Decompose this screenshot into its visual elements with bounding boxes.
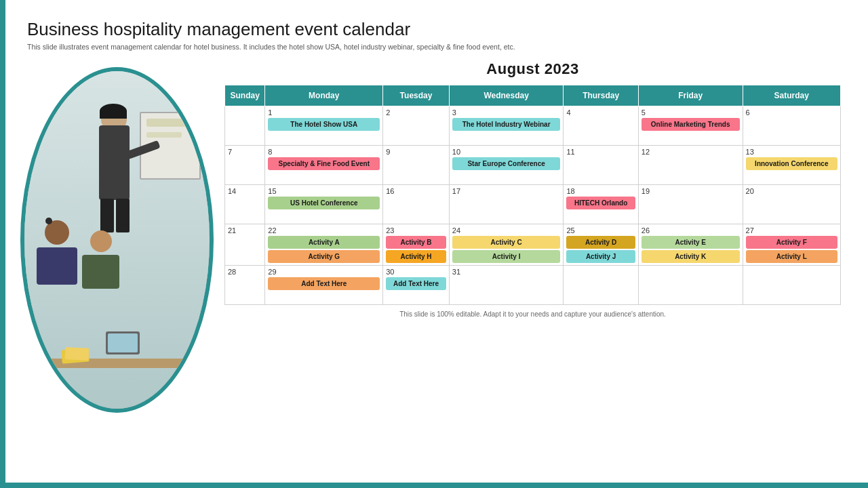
calendar-cell [743,266,840,305]
calendar-cell: 4 [564,106,638,146]
calendar-cell: 25Activity DActivity J [564,224,638,266]
calendar-week-row-1: 78Specialty & Fine Food Event910Star Eur… [225,146,841,185]
event-badge: Activity L [746,250,837,263]
event-badge: Online Marketing Trends [642,118,740,131]
calendar-cell: 28 [225,266,265,305]
day-number: 25 [566,226,635,235]
calendar-cell: 29Add Text Here [265,266,383,305]
day-number: 21 [228,226,262,235]
event-badge: Activity E [642,236,740,249]
calendar-cell: 5Online Marketing Trends [638,106,743,146]
event-badge: Activity F [746,236,837,249]
content-area: August 2023 SundayMondayTuesdayWednesday… [27,60,841,413]
calendar-cell: 9 [383,146,450,185]
day-number: 31 [452,268,561,276]
day-number: 28 [228,268,262,276]
day-number: 3 [452,108,561,117]
day-number: 12 [642,148,740,156]
day-number: 1 [268,108,380,117]
event-badge: US Hotel Conference [268,197,380,209]
calendar-cell: 23Activity BActivity H [383,224,450,266]
day-number: 9 [386,148,446,156]
page-wrapper: Business hospitality management event ca… [0,0,868,488]
standing-person-body [99,125,130,200]
calendar-cell: 15US Hotel Conference [265,185,383,224]
meeting-image [20,67,214,413]
day-number: 23 [386,226,446,235]
calendar-cell: 2 [383,106,450,146]
calendar-cell: 19 [638,185,743,224]
calendar-cell: 7 [225,146,265,185]
calendar-cell: 8Specialty & Fine Food Event [265,146,383,185]
page-title: Business hospitality management event ca… [27,19,841,40]
calendar-week-row-3: 2122Activity AActivity G23Activity BActi… [225,224,841,266]
event-badge: Specialty & Fine Food Event [268,157,380,170]
event-badge: Add Text Here [386,277,446,290]
event-badge: Activity H [386,250,446,263]
calendar-cell: 31 [449,266,564,305]
calendar-cell: 17 [449,185,564,224]
event-badge: Star Europe Conference [452,157,561,170]
event-badge: Activity D [566,236,635,249]
page-subtitle: This slide illustrates event management … [27,43,841,51]
calendar-cell: 1The Hotel Show USA [265,106,383,146]
day-number: 18 [566,187,635,195]
teal-accent-bottom [0,483,868,488]
day-number: 27 [746,226,837,235]
calendar-cell: 3The Hotel Industry Webinar [449,106,564,146]
calendar-header-tuesday: Tuesday [383,85,450,106]
calendar-cell: 22Activity AActivity G [265,224,383,266]
event-badge: The Hotel Show USA [268,118,380,131]
calendar-header-monday: Monday [265,85,383,106]
calendar-cell [638,266,743,305]
calendar-cell: 12 [638,146,743,185]
day-number: 14 [228,187,262,195]
teal-accent-left [0,0,5,488]
footer-note: This slide is 100% editable. Adapt it to… [224,310,841,318]
event-badge: HITECH Orlando [566,197,635,209]
calendar-header-friday: Friday [638,85,743,106]
calendar-week-row-4: 2829Add Text Here30Add Text Here31 [225,266,841,305]
calendar-section: August 2023 SundayMondayTuesdayWednesday… [224,60,841,318]
event-badge: The Hotel Industry Webinar [452,118,561,131]
day-number: 2 [386,108,446,117]
day-number: 6 [746,108,837,117]
event-badge: Activity A [268,236,380,249]
day-number: 5 [642,108,740,117]
laptop-decoration [106,331,140,354]
calendar-cell: 10Star Europe Conference [449,146,564,185]
calendar-cell: 21 [225,224,265,266]
event-badge: Activity G [268,250,380,263]
day-number: 15 [268,187,380,195]
calendar-cell: 6 [743,106,840,146]
day-number: 10 [452,148,561,156]
day-number: 8 [268,148,380,156]
calendar-week-row-2: 1415US Hotel Conference161718HITECH Orla… [225,185,841,224]
event-badge: Activity K [642,250,740,263]
calendar-cell: 24Activity CActivity I [449,224,564,266]
calendar-header-sunday: Sunday [225,85,265,106]
day-number: 16 [386,187,446,195]
calendar-header-row: SundayMondayTuesdayWednesdayThursdayFrid… [225,85,841,106]
event-badge: Activity C [452,236,561,249]
calendar-cell: 14 [225,185,265,224]
day-number: 26 [642,226,740,235]
day-number: 30 [386,268,446,276]
day-number: 24 [452,226,561,235]
day-number: 22 [268,226,380,235]
calendar-cell [564,266,638,305]
event-badge: Add Text Here [268,277,380,290]
meeting-table [31,359,194,368]
calendar-table: SundayMondayTuesdayWednesdayThursdayFrid… [224,85,841,305]
calendar-month-title: August 2023 [224,60,841,78]
day-number: 4 [566,108,635,117]
calendar-cell: 20 [743,185,840,224]
day-number: 7 [228,148,262,156]
event-badge: Activity J [566,250,635,263]
calendar-body: 1The Hotel Show USA23The Hotel Industry … [225,106,841,305]
calendar-week-row-0: 1The Hotel Show USA23The Hotel Industry … [225,106,841,146]
calendar-cell: 18HITECH Orlando [564,185,638,224]
event-badge: Activity B [386,236,446,249]
calendar-cell: 11 [564,146,638,185]
event-badge: Innovation Conference [746,157,837,170]
